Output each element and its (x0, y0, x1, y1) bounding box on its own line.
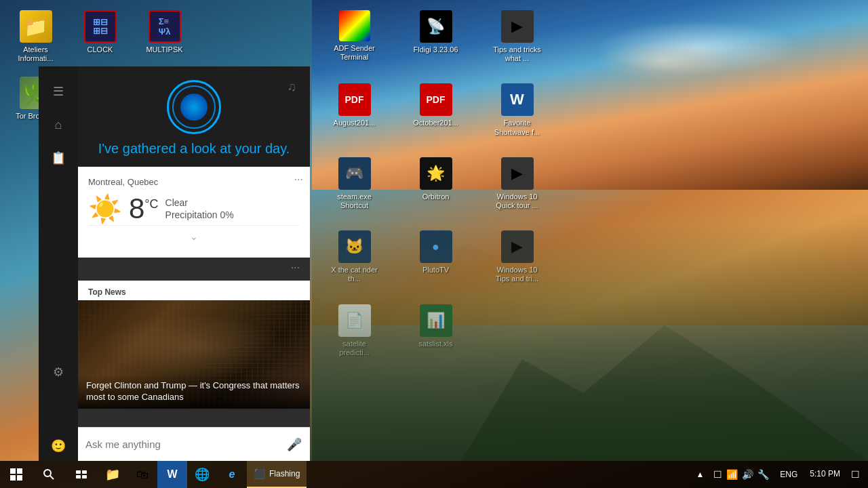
tray-wifi-icon[interactable]: 📶 (726, 469, 738, 480)
icon-fidigi[interactable]: 📡 Fldigi 3.23.06 (407, 7, 465, 66)
taskbar-flashing-app[interactable]: ⬛ Flashing (247, 461, 307, 488)
weather-main: ☀️ 8°C Clear Precipitation 0% (88, 192, 300, 225)
fidigi-icon: 📡 (427, 18, 445, 35)
svg-line-5 (50, 476, 54, 479)
news-headline: Forget Clinton and Trump — it's Congress… (78, 375, 310, 409)
icon-word-label: Favorite Shortwave f... (492, 119, 542, 136)
task-view-button[interactable] (65, 461, 98, 488)
icon-win10tour[interactable]: ▶ Windows 10 Quick tour ... (488, 154, 546, 214)
icon-satslist-label: satslist.xls (418, 340, 452, 348)
weather-temp: 8°C (129, 192, 159, 225)
cloud-2 (597, 41, 732, 81)
cortana-greeting: I've gathered a look at your day. (98, 141, 290, 157)
cortana-content: ♫ I've gathered a look at your day. ··· … (78, 66, 310, 461)
news-card: Top News Forget Clinton and Trump — it's… (78, 281, 310, 409)
start-button[interactable] (0, 461, 33, 488)
weather-card-menu[interactable]: ··· (294, 174, 303, 186)
icon-catx[interactable]: 🐱 X the cat nder th... (326, 227, 383, 287)
cortana-menu-icon[interactable]: ☰ (43, 77, 73, 106)
multipsk-icon-text: Σ≡Ψλ (159, 16, 171, 37)
taskbar-chrome[interactable]: 🌐 (187, 461, 217, 488)
icon-fidigi-label: Fldigi 3.23.06 (413, 45, 458, 54)
taskbar-edge[interactable]: e (217, 461, 247, 488)
hill (461, 291, 868, 461)
taskbar: 📁 🛍 W 🌐 e ⬛ Flashing ▲ ☐ 📶 🔊 🔧 ENG 5: (0, 461, 868, 488)
icon-orbitron[interactable]: 🌟 Orbitron (407, 154, 465, 214)
icon-steam-label: steam.exe Shortcut (329, 192, 380, 210)
cortana-search-input[interactable] (85, 439, 287, 450)
icon-clock[interactable]: ⊞⊟⊞⊟ CLOCK (71, 7, 129, 66)
tray-icons: ☐ 📶 🔊 🔧 (709, 469, 773, 480)
svg-rect-1 (17, 468, 22, 474)
landscape (312, 224, 868, 461)
icon-pluto-label: PlutoTV (422, 266, 449, 274)
news-section-label: Top News (88, 287, 126, 297)
taskbar-clock[interactable]: 5:10 PM (804, 469, 846, 480)
cortana-music-icon[interactable]: ♫ (288, 80, 297, 94)
svg-point-4 (44, 470, 51, 476)
icon-steam[interactable]: 🎮 steam.exe Shortcut (326, 154, 383, 214)
icon-pdf1[interactable]: PDF August201... (326, 80, 383, 140)
news-card-menu[interactable]: ··· (291, 262, 300, 274)
tray-tools-icon[interactable]: 🔧 (757, 469, 769, 480)
icon-word[interactable]: W Favorite Shortwave f... (488, 80, 546, 140)
svg-rect-7 (82, 470, 87, 474)
icon-tips[interactable]: ▶ Tips and tricks what ... (488, 7, 546, 66)
desktop: 📁 Ateliers Informati... ⊞⊟⊞⊟ CLOCK Σ≡Ψλ … (0, 0, 868, 488)
weather-card: ··· Montreal, Quebec ☀️ 8°C Clear Precip… (78, 167, 310, 258)
icon-adf-label: ADF Sender Terminal (329, 44, 380, 62)
card-divider: ··· (78, 258, 310, 278)
water-field (312, 325, 868, 461)
cortana-notebook-icon[interactable]: 📋 (43, 143, 73, 173)
tray-volume-icon[interactable]: 🔊 (742, 469, 753, 480)
icon-pdf2-label: October201... (413, 119, 458, 127)
taskbar-apps: 📁 🛍 W 🌐 e (98, 461, 247, 488)
icon-clock-label: CLOCK (87, 45, 113, 54)
taskbar-file-explorer[interactable]: 📁 (98, 461, 127, 488)
cortana-settings-icon[interactable]: ⚙ (43, 357, 73, 387)
icon-tips2-label: Windows 10 Tips and tri... (492, 266, 542, 283)
svg-rect-2 (10, 475, 16, 481)
taskbar-store[interactable]: 🛍 (127, 461, 157, 488)
tray-screen-icon[interactable]: ☐ (713, 469, 722, 480)
cortana-search-bar[interactable]: 🎤 (77, 427, 310, 461)
weather-sun-icon: ☀️ (88, 193, 122, 225)
icon-pdf2[interactable]: PDF October201... (407, 80, 465, 140)
icon-pdf1-label: August201... (334, 119, 376, 127)
icon-pluto[interactable]: ● PlutoTV (407, 227, 465, 287)
icon-multipsk[interactable]: Σ≡Ψλ MULTIPSK (136, 7, 193, 66)
icon-tips-label: Tips and tricks what ... (492, 45, 542, 63)
flashing-app-icon: ⬛ (254, 468, 265, 479)
icon-satslist[interactable]: 📊 satslist.xls (407, 301, 465, 361)
tray-chevron[interactable]: ▲ (693, 470, 707, 479)
cortana-sidebar: ☰ ⌂ 📋 ⚙ 🙂 (39, 66, 78, 461)
notification-center-icon[interactable]: ☐ (848, 469, 863, 480)
icon-win10tour-label: Windows 10 Quick tour ... (492, 192, 542, 210)
news-image[interactable]: Forget Clinton and Trump — it's Congress… (78, 300, 310, 409)
svg-rect-3 (17, 475, 22, 481)
taskbar-word[interactable]: W (157, 461, 187, 488)
cortana-feedback-icon[interactable]: 🙂 (43, 431, 73, 461)
icon-adf[interactable]: ADF Sender Terminal (326, 7, 383, 66)
cortana-mic-icon[interactable]: 🎤 (287, 437, 302, 452)
cortana-header: ♫ I've gathered a look at your day. (78, 66, 310, 167)
taskbar-search-button[interactable] (33, 461, 65, 488)
taskbar-language[interactable]: ENG (776, 470, 802, 479)
clock-icon-text: ⊞⊟⊞⊟ (93, 18, 108, 35)
flashing-app-label: Flashing (269, 469, 300, 479)
icon-satelite[interactable]: 📄 satelite predicti... (326, 301, 383, 361)
weather-desc: Clear Precipitation 0% (165, 197, 234, 220)
cortana-home-icon[interactable]: ⌂ (43, 110, 73, 140)
icon-tips2[interactable]: ▶ Windows 10 Tips and tri... (488, 227, 546, 287)
icon-ateliers-label: Ateliers Informati... (10, 45, 61, 63)
weather-expand-button[interactable]: ⌄ (88, 225, 300, 247)
icon-ateliers[interactable]: 📁 Ateliers Informati... (7, 7, 64, 66)
weather-condition: Clear (165, 197, 234, 208)
icon-satelite-label: satelite predicti... (329, 340, 380, 357)
cortana-panel: ☰ ⌂ 📋 ⚙ 🙂 ♫ I've gathered a look at your… (39, 66, 310, 461)
weather-precipitation: Precipitation 0% (165, 209, 234, 220)
news-header: Top News (78, 281, 310, 300)
desktop-icons-right: ADF Sender Terminal 📡 Fldigi 3.23.06 ▶ T… (312, 0, 570, 367)
icon-catx-label: X the cat nder th... (329, 266, 380, 283)
weather-location: Montreal, Quebec (88, 177, 300, 187)
